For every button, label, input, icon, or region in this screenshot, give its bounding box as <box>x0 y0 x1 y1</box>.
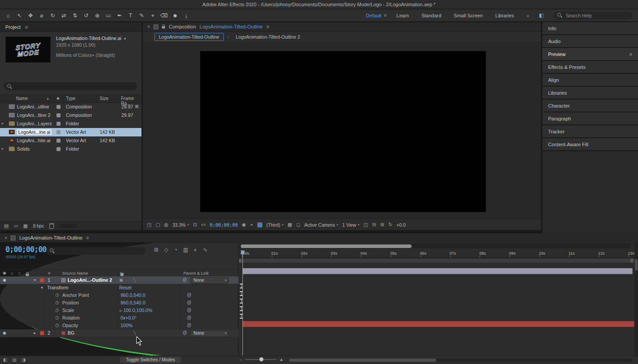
puppet-pin-tool[interactable]: ¡ <box>182 12 190 20</box>
property-row[interactable]: ◷ Position 960.0,540.0 @ <box>0 299 238 307</box>
project-search-input[interactable] <box>15 83 133 89</box>
pick-whip-icon[interactable]: @ <box>187 323 191 328</box>
draft-3d-icon[interactable]: ◇ <box>164 247 168 253</box>
mask-visibility-icon[interactable]: ◻ <box>296 222 300 228</box>
horizontal-scrollbar[interactable] <box>289 359 633 362</box>
collapsed-panel-tab[interactable]: Info <box>542 22 638 34</box>
panel-menu-icon[interactable]: ≡ <box>25 24 28 30</box>
disclosure-triangle-icon[interactable]: ▸ <box>34 331 36 335</box>
time-ruler[interactable]: :00s01s02s03s04s05s06s07s08s09s10s11s12s… <box>239 250 638 258</box>
toggle-switches-modes-button[interactable]: Toggle Switches / Modes <box>120 357 181 363</box>
item-name[interactable]: LogoAni...hite.ai <box>17 138 50 143</box>
clone-stamp-tool[interactable]: ⌖ <box>149 12 157 20</box>
layer-1-duration-bar[interactable] <box>242 268 633 274</box>
stopwatch-icon[interactable]: ◷ <box>55 315 59 320</box>
workspace-menu-icon[interactable]: ≡ <box>384 13 387 18</box>
column-index[interactable]: # <box>48 271 50 276</box>
workspace-item[interactable]: Default ≡ <box>366 13 387 18</box>
grid-icon[interactable]: ▦ <box>287 222 292 228</box>
always-preview-icon[interactable]: ◳ <box>147 222 151 228</box>
footage-expand-icon[interactable]: ▼ <box>123 37 127 41</box>
fast-previews-icon[interactable]: ⊟ <box>372 222 376 228</box>
property-row[interactable]: ◷ Scale ∞100.0,100.0% @ <box>0 307 238 314</box>
snapshot-icon[interactable]: ◉ <box>242 222 246 228</box>
project-item-row[interactable]: LogoAni...utline Composition 29.97 ▦ <box>0 103 141 111</box>
horizontal-scrollbar-thumb[interactable] <box>289 359 436 362</box>
expand-layer-switches-icon[interactable]: ◧ <box>3 357 7 362</box>
composition-tab-active[interactable]: LogoAnimation-Tilted-Outline <box>154 33 224 41</box>
quality-switch-icon[interactable]: ╲ <box>133 331 136 335</box>
eraser-tool[interactable]: ⌫ <box>160 12 168 20</box>
item-name[interactable]: Solids <box>17 146 30 152</box>
selection-tool[interactable]: ↖ <box>16 12 23 20</box>
motion-blur-icon[interactable]: ◐ <box>194 247 197 253</box>
collapsed-panel-tab[interactable]: Content-Aware Fill <box>542 138 638 150</box>
timeline-button-icon[interactable]: ⊞ <box>380 222 384 228</box>
lock-icon[interactable] <box>162 26 165 28</box>
property-value[interactable]: ∞100.0,100.0% <box>119 308 152 313</box>
pick-whip-icon[interactable]: @ <box>182 277 187 282</box>
rectangle-tool[interactable]: ▭ <box>105 12 112 20</box>
help-search-input[interactable] <box>565 12 620 19</box>
item-name[interactable]: LogoAni...ine.ai <box>17 129 52 135</box>
sort-ascending-icon[interactable]: ▲ <box>46 97 49 100</box>
panel-menu-icon[interactable]: ≡ <box>630 52 632 57</box>
zoom-slider-thumb[interactable] <box>259 357 263 361</box>
timeline-search-input[interactable] <box>57 248 141 254</box>
disclosure-triangle-icon[interactable]: ▾ <box>41 285 43 290</box>
layer-label-color-chip[interactable] <box>40 331 44 335</box>
item-name[interactable]: LogoAni...Layers <box>17 121 52 126</box>
transform-group-row[interactable]: ▾ Transform Reset <box>0 284 238 292</box>
eye-icon[interactable]: ◉ <box>3 278 6 282</box>
new-composition-icon[interactable]: ▦ <box>23 223 28 229</box>
workspace-item[interactable]: Small Screen <box>454 13 485 18</box>
work-area-bar[interactable] <box>239 258 635 263</box>
channel-swatch-icon[interactable] <box>257 222 262 228</box>
eye-icon[interactable]: ◉ <box>3 271 6 275</box>
workspace-overflow-icon[interactable]: » <box>526 13 529 18</box>
reset-exposure-icon[interactable]: ↻ <box>388 222 392 228</box>
time-navigator-track[interactable] <box>240 244 630 248</box>
project-tab-label[interactable]: Project <box>5 24 20 30</box>
exposure-value[interactable]: +0.0 <box>396 222 406 228</box>
layer-2-duration-bar[interactable] <box>242 321 634 327</box>
layer-name[interactable]: LogoAni...-Outline 2 <box>68 277 112 283</box>
stopwatch-icon[interactable]: ◷ <box>55 300 59 305</box>
fit-icon[interactable]: ⊡ <box>193 222 197 228</box>
eye-icon[interactable]: ◉ <box>3 331 6 335</box>
composition-tab[interactable]: LogoAnimation-Tilted-Outline 2 <box>233 33 303 40</box>
column-name[interactable]: Name <box>16 96 28 101</box>
collapsed-panel-tab[interactable]: Libraries <box>542 87 638 99</box>
interpret-footage-icon[interactable]: ▤ <box>4 223 8 229</box>
pick-whip-icon[interactable]: @ <box>187 292 191 297</box>
project-item-row[interactable]: LogoAni...ine.ai Vector Art 142 KB <box>0 128 141 136</box>
solo-icon[interactable]: ○ <box>18 271 21 276</box>
label-color-chip[interactable] <box>57 130 61 134</box>
delete-icon[interactable] <box>49 223 54 229</box>
property-row[interactable]: ◷ Rotation 0x+0.0° @ <box>0 314 238 322</box>
label-color-chip[interactable] <box>57 139 61 143</box>
pen-tool[interactable]: ✒ <box>116 12 123 20</box>
disclosure-triangle-icon[interactable]: ▸ <box>2 121 4 125</box>
expand-transfer-controls-icon[interactable]: ▤ <box>12 357 16 362</box>
camera-dropdown[interactable]: Active Camera▾ <box>304 222 338 228</box>
resolution-dropdown[interactable]: (Third)▾ <box>267 222 283 228</box>
home-tool[interactable]: ⌂ <box>4 12 12 20</box>
channels-icon[interactable]: ◍ <box>164 222 169 228</box>
item-name[interactable]: LogoAni...tline 2 <box>17 112 50 118</box>
zoom-slider-track[interactable] <box>245 359 276 360</box>
type-tool[interactable]: T <box>127 12 134 20</box>
zoom-out-frames-icon[interactable]: ▵ <box>240 358 242 361</box>
close-panel-icon[interactable]: × <box>4 235 7 240</box>
new-folder-icon[interactable]: ▱ <box>14 223 17 229</box>
transform-group-label[interactable]: Transform <box>47 285 68 290</box>
link-dimensions-icon[interactable]: ∞ <box>119 308 122 313</box>
property-name[interactable]: Rotation <box>62 315 80 320</box>
layer-name[interactable]: BG <box>68 330 74 336</box>
property-name[interactable]: Position <box>62 300 79 305</box>
property-name[interactable]: Scale <box>62 308 74 313</box>
pick-whip-icon[interactable]: @ <box>182 330 187 335</box>
vertical-scrollbar-thumb[interactable] <box>635 259 638 271</box>
rotation-tool[interactable]: ↺ <box>82 12 90 20</box>
property-value[interactable]: 0x+0.0° <box>119 315 137 320</box>
